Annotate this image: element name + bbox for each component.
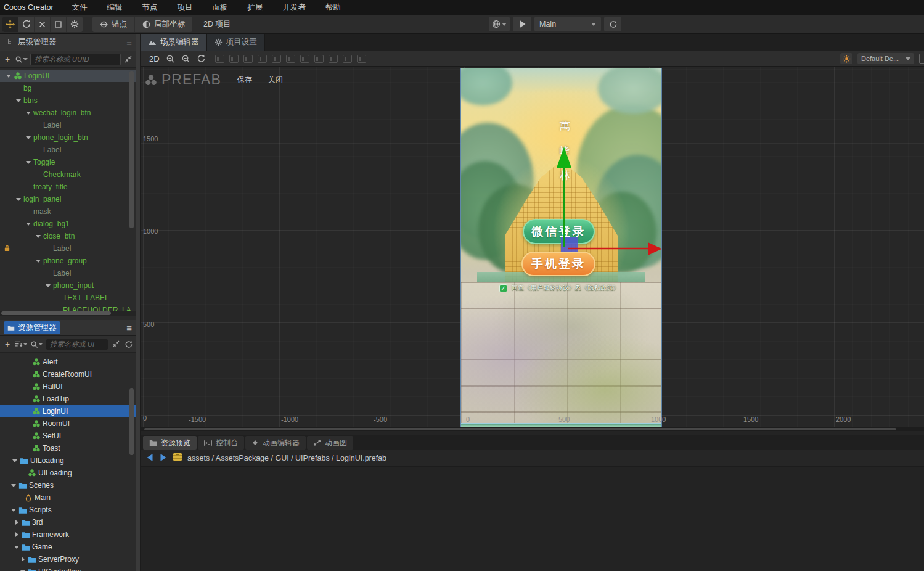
expand-arrow-icon[interactable] — [25, 136, 32, 139]
menu-item[interactable]: 文件 — [62, 0, 97, 15]
align-tool-icon[interactable] — [215, 55, 224, 63]
expand-arrow-icon[interactable] — [5, 75, 12, 78]
phone-login-button[interactable]: 手机登录 — [521, 252, 595, 276]
hierarchy-node-phone_input[interactable]: phone_input — [0, 279, 136, 292]
hierarchy-vertical-scrollbar[interactable] — [129, 71, 134, 228]
hierarchy-node-Label[interactable]: Label — [0, 242, 136, 255]
asset-node-UILoading[interactable]: UILoading — [0, 467, 136, 479]
hierarchy-search-input[interactable] — [30, 54, 121, 65]
scene-viewport[interactable]: PREFAB 保存 关闭 150010005000-1500-1000-5000… — [141, 67, 924, 431]
align-tool-icon[interactable] — [243, 55, 253, 63]
clipped-toolbar-icon[interactable] — [919, 54, 924, 64]
align-tool-icon[interactable] — [357, 55, 366, 63]
assets-search-filter-button[interactable] — [30, 340, 43, 348]
expand-arrow-icon[interactable] — [19, 557, 27, 562]
create-node-button[interactable]: + — [2, 54, 12, 64]
hierarchy-node-dialog_bg1[interactable]: dialog_bg1 — [0, 218, 136, 230]
rotate-tool-button[interactable] — [18, 17, 35, 32]
hierarchy-node-close_btn[interactable]: close_btn — [0, 230, 136, 242]
scale-tool-button[interactable] — [35, 17, 51, 32]
assets-refresh-button[interactable] — [123, 340, 133, 348]
breadcrumb-back-button[interactable] — [147, 453, 153, 464]
game-preview-canvas[interactable]: 萬峰林 微信登录 手机登录 ✓ 同意《用户服务协议》及《隐私政策》 — [461, 68, 661, 431]
menu-item[interactable]: 编辑 — [97, 0, 133, 15]
assets-sort-button[interactable] — [15, 340, 28, 348]
asset-node-Framework[interactable]: Framework — [0, 528, 136, 541]
local-coord-button[interactable]: 局部坐标 — [135, 17, 192, 32]
agreement-checkbox[interactable]: ✓ — [499, 284, 507, 292]
hierarchy-node-wechat_login_btn[interactable]: wechat_login_btn — [0, 107, 136, 119]
hierarchy-node-mask[interactable]: mask — [0, 205, 136, 218]
bottom-tab-控制台[interactable]: 控制台 — [198, 436, 244, 450]
align-tool-icon[interactable] — [229, 55, 239, 63]
view-mode-2d-button[interactable]: 2D — [149, 54, 160, 64]
move-tool-button[interactable] — [2, 17, 18, 32]
hierarchy-menu-button[interactable]: ≡ — [126, 37, 132, 47]
asset-node-Scenes[interactable]: Scenes — [0, 479, 136, 491]
expand-arrow-icon[interactable] — [25, 112, 32, 115]
expand-arrow-icon[interactable] — [35, 260, 42, 263]
expand-arrow-icon[interactable] — [13, 520, 20, 525]
align-tool-icon[interactable] — [272, 55, 281, 63]
create-asset-button[interactable]: + — [2, 339, 12, 349]
menu-item[interactable]: 面板 — [203, 0, 238, 15]
align-tool-icon[interactable] — [314, 55, 324, 63]
assets-collapse-button[interactable] — [111, 340, 121, 348]
zoom-out-button[interactable] — [181, 54, 190, 64]
align-tool-icon[interactable] — [329, 55, 338, 63]
expand-arrow-icon[interactable] — [44, 284, 52, 287]
align-tool-icon[interactable] — [286, 55, 295, 63]
assets-tab[interactable]: 资源管理器 — [4, 321, 60, 334]
asset-node-UILoading[interactable]: UILoading — [0, 454, 136, 467]
expand-arrow-icon[interactable] — [11, 459, 18, 462]
lighting-toggle-button[interactable] — [840, 53, 852, 64]
hierarchy-node-btns[interactable]: btns — [0, 94, 136, 107]
zoom-in-button[interactable] — [166, 54, 175, 64]
align-tool-icon[interactable] — [300, 55, 309, 63]
launch-scene-select[interactable]: Main — [534, 17, 601, 31]
expand-arrow-icon[interactable] — [15, 99, 22, 102]
expand-arrow-icon[interactable] — [13, 546, 20, 549]
hierarchy-horizontal-scrollbar[interactable] — [0, 311, 136, 316]
asset-node-Game[interactable]: Game — [0, 541, 136, 553]
hierarchy-node-Toggle[interactable]: Toggle — [0, 156, 136, 168]
hierarchy-node-Checkmark[interactable]: Checkmark — [0, 168, 136, 181]
asset-node-Scripts[interactable]: Scripts — [0, 504, 136, 516]
hierarchy-node-treaty_title[interactable]: treaty_title — [0, 181, 136, 193]
bottom-tab-动画图[interactable]: 动画图 — [307, 436, 353, 450]
menu-item[interactable]: 开发者 — [273, 0, 316, 15]
asset-node-LoadTip[interactable]: LoadTip — [0, 393, 136, 405]
expand-arrow-icon[interactable] — [15, 198, 22, 201]
tab-scene-editor[interactable]: 场景编辑器 — [141, 34, 207, 51]
menu-item[interactable]: 项目 — [168, 0, 203, 15]
prefab-save-button[interactable]: 保存 — [237, 75, 252, 85]
camera-preset-select[interactable]: Default De... — [857, 53, 914, 64]
panel-splitter[interactable] — [136, 34, 141, 571]
assets-vertical-scrollbar[interactable] — [129, 388, 134, 455]
hierarchy-node-Label[interactable]: Label — [0, 119, 136, 131]
bottom-tab-动画编辑器[interactable]: 动画编辑器 — [245, 436, 306, 450]
lock-icon[interactable] — [4, 245, 10, 253]
hierarchy-node-bg[interactable]: bg — [0, 82, 136, 94]
wechat-login-button[interactable]: 微信登录 — [523, 219, 595, 244]
expand-arrow-icon[interactable] — [25, 223, 32, 226]
expand-arrow-icon[interactable] — [10, 484, 17, 487]
expand-arrow-icon[interactable] — [25, 161, 32, 164]
collapse-all-button[interactable] — [123, 55, 133, 63]
breadcrumb-forward-button[interactable] — [160, 453, 166, 464]
hierarchy-search-filter-button[interactable] — [15, 55, 28, 64]
tab-project-settings[interactable]: 项目设置 — [207, 34, 265, 51]
asset-node-HallUI[interactable]: HallUI — [0, 380, 136, 393]
bottom-tab-资源预览[interactable]: 资源预览 — [143, 436, 197, 450]
asset-node-ServerProxy[interactable]: ServerProxy — [0, 553, 136, 565]
asset-node-3rd[interactable]: 3rd — [0, 516, 136, 528]
reload-button[interactable] — [604, 17, 621, 31]
rect-tool-button[interactable] — [51, 17, 67, 32]
asset-node-RoomUI[interactable]: RoomUI — [0, 417, 136, 430]
asset-node-Main[interactable]: Main — [0, 491, 136, 504]
menu-item[interactable]: 帮助 — [316, 0, 351, 15]
expand-arrow-icon[interactable] — [35, 235, 42, 238]
hierarchy-node-TEXT_LABEL[interactable]: TEXT_LABEL — [0, 292, 136, 304]
assets-search-input[interactable] — [46, 339, 108, 350]
asset-node-SetUI[interactable]: SetUI — [0, 430, 136, 442]
